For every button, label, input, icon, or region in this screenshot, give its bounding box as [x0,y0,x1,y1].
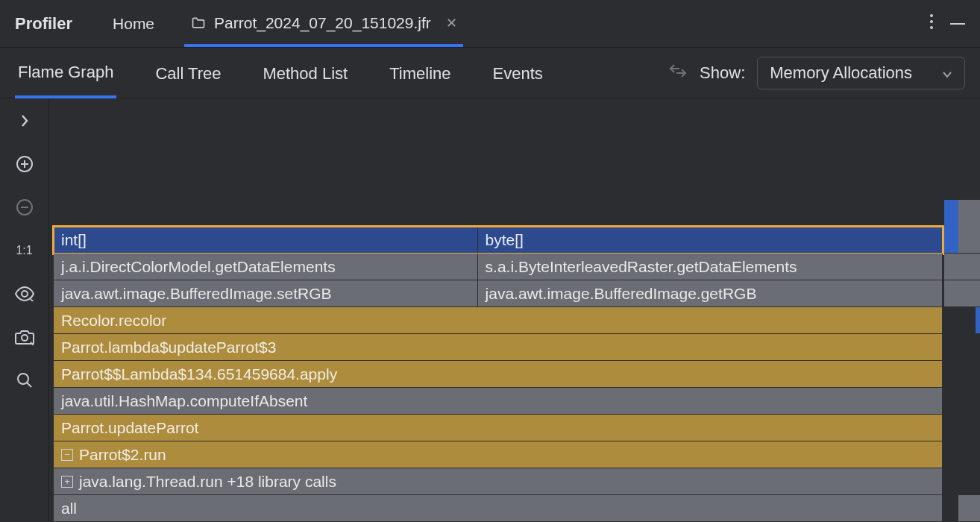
flame-frame-label: java.util.HashMap.computeIfAbsent [61,392,307,410]
flame-row-getDataElements[interactable]: j.a.i.DirectColorModel.getDataElementss.… [54,254,943,280]
flame-frame[interactable]: Parrot$$Lambda$134.651459684.apply [54,361,943,388]
flame-frame[interactable]: s.a.i.ByteInterleavedRaster.getDataEleme… [478,254,943,280]
flame-frame-label: byte[] [486,231,524,249]
svg-point-1 [930,20,933,23]
flame-frame[interactable]: java.util.HashMap.computeIfAbsent [54,388,943,415]
close-icon[interactable]: ✕ [446,15,457,31]
main-area: 1:1 int[]byte[]j.a.i.DirectColorModel.ge… [0,98,980,522]
swap-arrows-icon[interactable] [668,63,688,83]
flame-frame-label: Parrot$2.run [79,446,166,464]
side-rail: 1:1 [0,98,49,522]
flame-row-recolor[interactable]: Recolor.recolor [54,307,943,334]
chevron-down-icon [942,63,952,83]
subtab-timeline[interactable]: Timeline [386,49,453,97]
flame-frame[interactable]: Parrot.lambda$updateParrot$3 [54,334,943,361]
flame-row-hashmap[interactable]: java.util.HashMap.computeIfAbsent [54,388,943,415]
show-dropdown-value: Memory Allocations [770,63,912,83]
collapse-icon[interactable]: − [61,449,73,461]
top-bar: Profiler Home Parrot_2024_07_20_151029.j… [0,0,980,48]
expand-icon[interactable]: + [61,476,73,488]
flame-frame-label: java.awt.image.BufferedImage.getRGB [486,285,757,303]
kebab-menu-icon[interactable] [929,13,934,34]
flame-row-updateparrot[interactable]: Parrot.updateParrot [54,415,943,441]
eye-icon[interactable] [11,285,38,303]
zoom-in-icon[interactable] [11,155,38,173]
flame-frame[interactable]: Parrot.updateParrot [54,415,943,441]
show-label: Show: [700,63,745,83]
flame-frame[interactable]: j.a.i.DirectColorModel.getDataElements [54,254,478,280]
subtab-method-list[interactable]: Method List [260,49,351,97]
ratio-label[interactable]: 1:1 [11,242,38,260]
panel-title: Profiler [15,14,72,34]
subtab-call-tree[interactable]: Call Tree [152,49,224,97]
folder-icon [190,16,207,31]
flame-row-parrot2run[interactable]: −Parrot$2.run [54,441,943,468]
tab-file-label: Parrot_2024_07_20_151029.jfr [214,14,431,32]
flame-frame-label: java.awt.image.BufferedImage.setRGB [61,285,332,303]
flame-frame[interactable]: java.awt.image.BufferedImage.setRGB [54,280,478,307]
flame-frame[interactable]: java.awt.image.BufferedImage.getRGB [478,280,943,307]
flame-frame[interactable]: −Parrot$2.run [54,441,943,468]
flame-frame[interactable]: +java.lang.Thread.run +18 library calls [54,468,943,495]
svg-point-6 [22,335,28,341]
flame-canvas[interactable]: int[]byte[]j.a.i.DirectColorModel.getDat… [49,98,980,522]
camera-icon[interactable] [11,328,38,346]
flame-row-lambda3[interactable]: Parrot.lambda$updateParrot$3 [54,334,943,361]
flame-frame-label: Parrot.updateParrot [61,419,198,437]
flame-frame-label: Parrot.lambda$updateParrot$3 [61,339,276,356]
flame-frame[interactable]: Recolor.recolor [54,307,943,334]
flame-row-lambda134[interactable]: Parrot$$Lambda$134.651459684.apply [54,361,943,388]
flame-row-alloc-types[interactable]: int[]byte[] [54,227,943,254]
flame-frame-label: all [61,500,77,518]
flame-row-all[interactable]: all [54,495,943,522]
flame-frame-label: int[] [61,231,87,249]
flame-frame[interactable]: int[] [54,227,478,254]
search-icon[interactable] [11,371,38,389]
flame-frame[interactable]: all [54,495,943,522]
svg-point-0 [930,14,933,17]
tab-home[interactable]: Home [110,1,157,46]
minimize-icon[interactable] [950,23,965,25]
svg-point-2 [930,26,933,29]
subtab-events[interactable]: Events [490,49,546,97]
flame-frame-label: j.a.i.DirectColorModel.getDataElements [61,258,336,276]
flame-frame-label: Recolor.recolor [61,312,166,330]
flame-frame-label: Parrot$$Lambda$134.651459684.apply [61,365,337,383]
zoom-out-icon[interactable] [11,198,38,216]
flame-frame-label: s.a.i.ByteInterleavedRaster.getDataEleme… [486,258,797,276]
flame-frame-label: java.lang.Thread.run +18 library calls [79,473,336,491]
chevron-right-icon[interactable] [11,112,38,130]
subtabs-bar: Flame Graph Call Tree Method List Timeli… [0,48,980,98]
flame-frame[interactable]: byte[] [478,227,943,254]
tab-file[interactable]: Parrot_2024_07_20_151029.jfr ✕ [184,1,463,47]
svg-point-5 [22,291,28,297]
svg-point-7 [18,374,28,384]
flame-row-bufferedimage[interactable]: java.awt.image.BufferedImage.setRGBjava.… [54,280,943,307]
show-dropdown[interactable]: Memory Allocations [757,57,965,89]
flame-row-threadrun[interactable]: +java.lang.Thread.run +18 library calls [54,468,943,495]
subtab-flame-graph[interactable]: Flame Graph [15,48,116,98]
